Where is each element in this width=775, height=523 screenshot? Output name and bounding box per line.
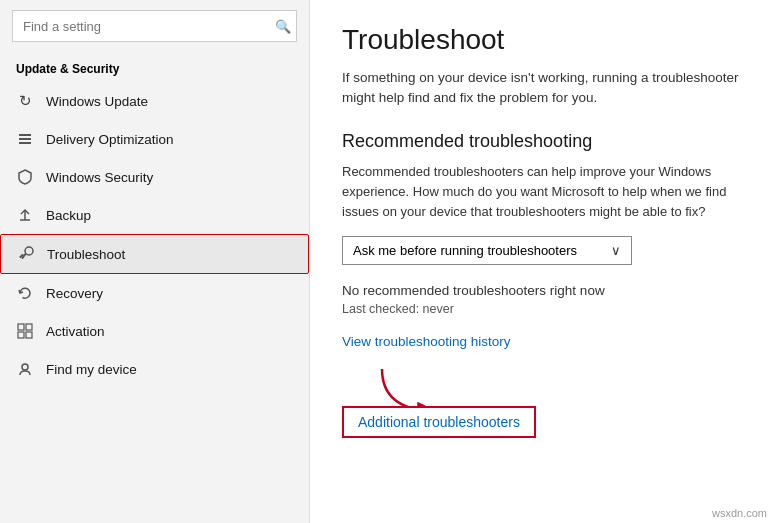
- sidebar-item-label: Delivery Optimization: [46, 132, 174, 147]
- backup-icon: [16, 206, 34, 224]
- windows-security-icon: [16, 168, 34, 186]
- sidebar-item-windows-update[interactable]: ↻ Windows Update: [0, 82, 309, 120]
- watermark: wsxdn.com: [712, 507, 767, 519]
- content-area: 🔍 Update & Security ↻ Windows Update Del…: [0, 0, 775, 523]
- sidebar: 🔍 Update & Security ↻ Windows Update Del…: [0, 0, 310, 523]
- view-history-link[interactable]: View troubleshooting history: [342, 334, 743, 349]
- windows-update-icon: ↻: [16, 92, 34, 110]
- sidebar-item-backup[interactable]: Backup: [0, 196, 309, 234]
- dropdown-wrapper: Ask me before running troubleshooters ∨: [342, 236, 743, 265]
- find-my-device-icon: [16, 360, 34, 378]
- recommended-description: Recommended troubleshooters can help imp…: [342, 162, 743, 222]
- main-content: Troubleshoot If something on your device…: [310, 0, 775, 523]
- recommended-heading: Recommended troubleshooting: [342, 131, 743, 152]
- svg-point-12: [22, 364, 28, 370]
- delivery-optimization-icon: [16, 130, 34, 148]
- additional-troubleshooters-button[interactable]: Additional troubleshooters: [342, 406, 536, 438]
- sidebar-item-label: Windows Security: [46, 170, 153, 185]
- section-label: Update & Security: [0, 54, 309, 82]
- additional-btn-wrapper: Additional troubleshooters: [342, 406, 536, 438]
- svg-rect-2: [19, 134, 31, 136]
- sidebar-item-recovery[interactable]: Recovery: [0, 274, 309, 312]
- sidebar-item-label: Troubleshoot: [47, 247, 125, 262]
- sidebar-item-label: Find my device: [46, 362, 137, 377]
- activation-icon: [16, 322, 34, 340]
- svg-rect-11: [26, 332, 32, 338]
- no-troubleshooters-text: No recommended troubleshooters right now: [342, 283, 743, 298]
- search-button[interactable]: 🔍: [275, 19, 291, 34]
- dropdown-value: Ask me before running troubleshooters: [353, 243, 577, 258]
- search-container: 🔍: [12, 10, 297, 42]
- page-title: Troubleshoot: [342, 24, 743, 56]
- sidebar-item-label: Windows Update: [46, 94, 148, 109]
- svg-rect-0: [19, 142, 31, 144]
- page-description: If something on your device isn't workin…: [342, 68, 743, 109]
- sidebar-item-troubleshoot[interactable]: Troubleshoot: [0, 234, 309, 274]
- sidebar-item-label: Recovery: [46, 286, 103, 301]
- chevron-down-icon: ∨: [611, 243, 621, 258]
- sidebar-item-activation[interactable]: Activation: [0, 312, 309, 350]
- sidebar-item-find-my-device[interactable]: Find my device: [0, 350, 309, 388]
- sidebar-item-label: Activation: [46, 324, 105, 339]
- last-checked-text: Last checked: never: [342, 302, 743, 316]
- sidebar-item-label: Backup: [46, 208, 91, 223]
- svg-rect-10: [18, 332, 24, 338]
- search-input[interactable]: [12, 10, 297, 42]
- troubleshoot-dropdown[interactable]: Ask me before running troubleshooters ∨: [342, 236, 632, 265]
- sidebar-item-delivery-optimization[interactable]: Delivery Optimization: [0, 120, 309, 158]
- settings-window: 🔍 Update & Security ↻ Windows Update Del…: [0, 0, 775, 523]
- svg-rect-9: [26, 324, 32, 330]
- troubleshoot-icon: [17, 245, 35, 263]
- svg-rect-8: [18, 324, 24, 330]
- sidebar-item-windows-security[interactable]: Windows Security: [0, 158, 309, 196]
- recovery-icon: [16, 284, 34, 302]
- arrow-area: Additional troubleshooters: [342, 369, 743, 438]
- svg-rect-1: [19, 138, 31, 140]
